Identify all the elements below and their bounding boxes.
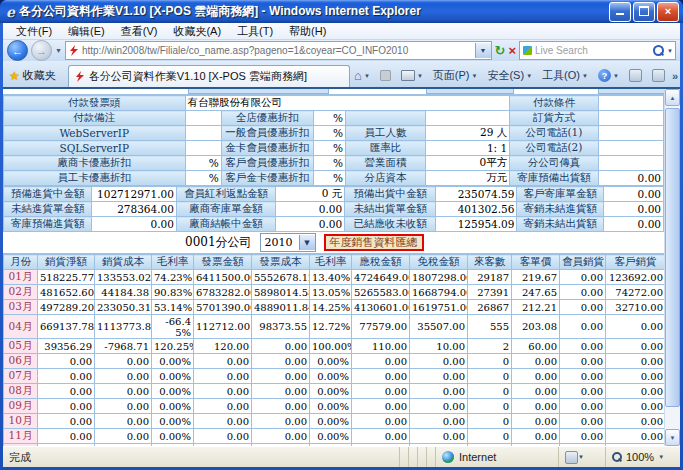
extra-tool-icon-1 xyxy=(629,69,642,82)
menu-help[interactable]: 帮助(H) xyxy=(282,23,333,40)
scroll-down-button[interactable]: ▼ xyxy=(665,429,680,446)
home-button[interactable]: ⌂ ▼ xyxy=(351,69,373,83)
tab-favicon-icon xyxy=(75,71,85,82)
favorites-button[interactable]: ★ 收藏夹 xyxy=(5,65,64,87)
sales-value-cell: 120.00 xyxy=(194,339,252,354)
maximize-button[interactable] xyxy=(633,2,655,22)
help-icon: ? xyxy=(598,69,611,82)
filter-button[interactable]: ▼ xyxy=(558,447,605,467)
minimize-button[interactable] xyxy=(609,2,631,22)
help-button[interactable]: ? ▼ xyxy=(595,68,622,83)
status-text: 完成 xyxy=(3,447,399,467)
page-menu-button[interactable]: 页面(P) ▼ xyxy=(430,67,481,84)
form-field-label: SQLServerIP xyxy=(4,141,186,156)
sales-value-cell: 0.00 xyxy=(352,414,410,429)
sales-row: 08月0.000.000.00%0.000.000.00%0.000.0000.… xyxy=(4,384,665,399)
sales-row: 02月481652.6044184.3890.83%6783282.005898… xyxy=(4,285,665,300)
sales-value-cell: 0 xyxy=(468,369,512,384)
refresh-button[interactable]: ↻ xyxy=(495,44,506,57)
sales-value-cell: 0.00 xyxy=(352,369,410,384)
maximize-icon xyxy=(639,6,649,16)
menu-favorites[interactable]: 收藏夹(A) xyxy=(166,23,228,40)
sales-value-cell: 0.00 xyxy=(512,369,560,384)
form-field-value xyxy=(185,126,221,141)
branch-label: 0001分公司 xyxy=(185,234,252,251)
safety-menu-button[interactable]: 安全(S) ▼ xyxy=(484,67,535,84)
address-input[interactable]: http://win2008/tw/Filiale/co_name.asp?pa… xyxy=(65,41,492,60)
search-box[interactable]: Live Search ▼ xyxy=(519,41,676,60)
form-field-value: 278364.00 xyxy=(92,202,176,217)
sales-value-cell: 0.00 xyxy=(606,399,665,414)
sales-value-cell: 0.00 xyxy=(606,339,665,354)
sales-value-cell: 0.00 xyxy=(95,354,152,369)
address-bar: ← → ▼ http://win2008/tw/Filiale/co_name.… xyxy=(3,40,680,61)
sales-value-cell: 133553.02 xyxy=(95,270,152,285)
sales-column-header: 客戶銷貨 xyxy=(606,255,665,270)
sales-value-cell: 4724649.00 xyxy=(352,270,410,285)
sales-row: 01月518225.77133553.0274.23%6411500.00555… xyxy=(4,270,665,285)
search-input[interactable]: Live Search xyxy=(535,45,650,56)
sales-value-cell: 0.00 xyxy=(560,285,606,300)
year-select-arrow-icon[interactable]: ▼ xyxy=(299,235,315,250)
month-cell: 02月 xyxy=(4,285,38,300)
sales-value-cell: 0.00 xyxy=(252,429,310,444)
year-select[interactable]: 2010 ▼ xyxy=(260,233,316,252)
scrollbar-track[interactable] xyxy=(665,106,680,429)
sales-value-cell: 0.00% xyxy=(152,429,194,444)
form-field-value: 125954.09 xyxy=(436,217,517,232)
form-field-value: % xyxy=(313,156,345,171)
feeds-button[interactable] xyxy=(377,69,394,82)
tab-active[interactable]: 各分公司資料作業V1.10 [X-POS 雲端商務網] xyxy=(68,65,350,87)
sales-value-cell: 29187 xyxy=(468,270,512,285)
sales-value-cell: 0.00 xyxy=(194,384,252,399)
sales-value-cell: 0.00 xyxy=(512,414,560,429)
annual-sales-summary-button[interactable]: 年度銷售資料匯總 xyxy=(324,234,424,251)
sales-value-cell: 4889011.84 xyxy=(252,300,310,315)
sales-value-cell: 0.00 xyxy=(560,414,606,429)
sales-value-cell: 0.00 xyxy=(410,369,468,384)
menu-tools[interactable]: 工具(T) xyxy=(230,23,280,40)
url-text[interactable]: http://win2008/tw/Filiale/co_name.asp?pa… xyxy=(82,45,472,56)
form-row: 未結進貨單金額278364.00廠商寄庫單金額0.00未結出貨單金額401302… xyxy=(4,202,664,217)
form-field-value: 0.00 xyxy=(603,202,663,217)
back-button[interactable]: ← xyxy=(7,40,28,61)
page-scrollbar[interactable]: ▲ ▼ xyxy=(664,89,680,446)
menu-edit[interactable]: 编辑(E) xyxy=(61,23,112,40)
sales-value-cell: -7968.71 xyxy=(95,339,152,354)
address-dropdown-icon[interactable]: ▼ xyxy=(475,43,491,58)
month-cell: 01月 xyxy=(4,270,38,285)
sales-value-cell: 100.00% xyxy=(310,339,352,354)
sales-column-header: 銷貨成本 xyxy=(95,255,152,270)
menu-file[interactable]: 文件(F) xyxy=(9,23,59,40)
zone-label: Internet xyxy=(459,451,496,463)
form-field-label: 公司電話(2) xyxy=(510,141,598,156)
sales-value-cell: 0.00 xyxy=(512,354,560,369)
search-dropdown-icon[interactable]: ▼ xyxy=(667,48,673,54)
form-field-value xyxy=(598,96,663,111)
extra-tool-button-1[interactable] xyxy=(626,68,645,83)
stop-button[interactable]: × xyxy=(508,44,516,57)
zoom-control[interactable]: 100% ▼ xyxy=(605,447,680,467)
sales-value-cell: 0.00 xyxy=(512,429,560,444)
extra-tool-button-2[interactable] xyxy=(649,68,668,83)
tools-menu-button[interactable]: 工具(O) ▼ xyxy=(539,67,591,84)
sales-value-cell: 12.72% xyxy=(310,315,352,339)
sales-value-cell: 0.00 xyxy=(194,414,252,429)
forward-button[interactable]: → xyxy=(31,40,52,61)
sales-value-cell: 0.00 xyxy=(560,429,606,444)
menu-view[interactable]: 查看(V) xyxy=(114,23,165,40)
close-button[interactable]: × xyxy=(657,2,679,22)
scrollbar-thumb[interactable] xyxy=(665,108,680,407)
sales-table: 月份銷貨淨額銷貨成本毛利率發票金額發票成本毛利率應稅金額免稅金額來客數客單價會員… xyxy=(3,254,664,446)
sales-value-cell: 0.00 xyxy=(252,339,310,354)
scroll-up-button[interactable]: ▲ xyxy=(665,89,680,106)
minimize-icon xyxy=(616,4,624,15)
print-button[interactable]: ▼ xyxy=(398,69,426,82)
overflow-chevron-icon[interactable]: » xyxy=(672,70,678,82)
sales-value-cell: 2 xyxy=(468,339,512,354)
search-icon[interactable] xyxy=(653,45,664,56)
form-field-label: 訂貨方式 xyxy=(510,111,598,126)
history-dropdown-icon[interactable]: ▼ xyxy=(55,47,62,54)
form-field-label: 寄庫預備出貨額 xyxy=(510,171,598,186)
form-row: 付款備注全店優惠折扣%訂貨方式 xyxy=(4,111,664,126)
